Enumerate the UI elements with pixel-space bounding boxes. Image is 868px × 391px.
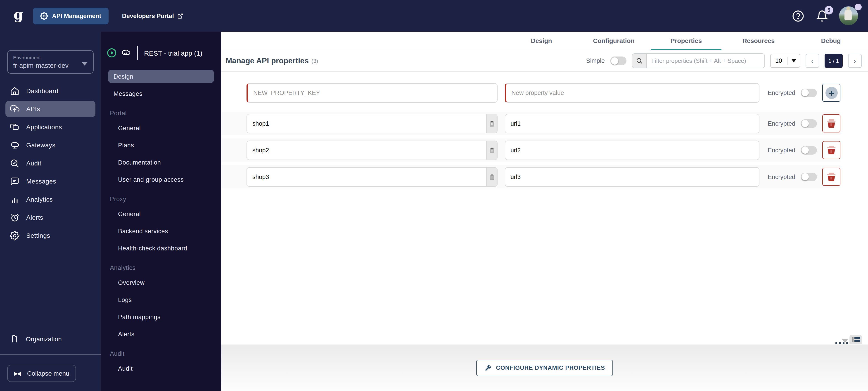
properties-count: (3) — [311, 58, 318, 64]
sidebar-bottom: Organization ▶◀ Collapse menu — [0, 330, 101, 391]
environment-label: Environment — [13, 55, 88, 60]
splitter-drag-handle[interactable] — [835, 342, 848, 344]
organization-label: Organization — [26, 335, 62, 343]
api-title: REST - trial app (1) — [144, 49, 203, 57]
api-menu-item-plans[interactable]: Plans — [108, 138, 214, 152]
caret-down-icon — [792, 59, 796, 62]
encrypted-label: Encrypted — [768, 120, 799, 127]
api-header: REST - trial app (1) — [101, 32, 221, 68]
help-button[interactable] — [792, 10, 804, 22]
api-management-button[interactable]: API Management — [33, 7, 108, 24]
api-menu-item-backend-services[interactable]: Backend services — [108, 224, 214, 238]
api-menu-item-proxy-general[interactable]: General — [108, 207, 214, 221]
property-value-input[interactable] — [504, 114, 760, 133]
api-menu-item-audit[interactable]: Audit — [108, 362, 214, 375]
copy-to-clipboard-button[interactable] — [486, 114, 497, 133]
question-circle-icon — [792, 10, 804, 22]
encrypted-toggle[interactable] — [801, 172, 817, 181]
sidebar-item-settings[interactable]: Settings — [5, 227, 95, 243]
user-avatar[interactable] — [839, 6, 858, 25]
add-property-button[interactable]: + — [822, 84, 840, 102]
sidebar-item-organization[interactable]: Organization — [0, 330, 101, 348]
delete-property-button[interactable] — [822, 115, 840, 132]
new-property-value-input[interactable] — [504, 83, 760, 102]
properties-table: Encrypted + Encrypted — [221, 72, 868, 189]
api-menu-item-path-mappings[interactable]: Path mappings — [108, 310, 214, 324]
environment-select[interactable]: Environment fr-apim-master-dev — [7, 50, 94, 74]
sidebar-item-gateways[interactable]: Gateways — [5, 137, 95, 153]
new-property-row: Encrypted + — [222, 81, 840, 104]
next-page-button[interactable]: › — [848, 54, 862, 68]
api-menu-item-design[interactable]: Design — [108, 70, 214, 83]
plus-icon: + — [825, 87, 837, 99]
collapse-menu-button[interactable]: ▶◀ Collapse menu — [7, 365, 76, 382]
sidebar-item-label: Messages — [26, 177, 56, 185]
sidebar-item-label: Dashboard — [26, 87, 58, 95]
new-property-key-input[interactable] — [248, 84, 497, 102]
api-menu-item-overview[interactable]: Overview — [108, 276, 214, 289]
api-menu-section-portal: Portal — [108, 107, 214, 119]
cloud-check-icon — [121, 48, 131, 58]
api-menu-section-audit: Audit — [108, 348, 214, 359]
api-menu-item-documentation[interactable]: Documentation — [108, 156, 214, 169]
wrench-icon — [484, 364, 491, 371]
notifications-button[interactable]: 5 — [816, 10, 828, 22]
encrypted-toggle[interactable] — [801, 146, 817, 154]
prev-page-button[interactable]: ‹ — [806, 54, 819, 68]
sidebar-item-apis[interactable]: APIs — [5, 101, 95, 117]
encrypted-label: Encrypted — [768, 173, 799, 180]
property-row: Encrypted — [222, 112, 840, 135]
collapse-label: Collapse menu — [27, 370, 69, 377]
configure-dynamic-properties-label: CONFIGURE DYNAMIC PROPERTIES — [496, 364, 605, 371]
property-key-input[interactable] — [247, 167, 486, 186]
encrypted-toggle[interactable] — [801, 119, 817, 128]
tab-properties[interactable]: Properties — [650, 32, 722, 50]
page-indicator: 1 / 1 — [825, 54, 843, 68]
delete-property-button[interactable] — [822, 168, 840, 186]
property-value-input[interactable] — [504, 140, 760, 160]
api-nav: Design Messages Portal General Plans Doc… — [101, 68, 221, 375]
api-menu-item-alerts[interactable]: Alerts — [108, 327, 214, 341]
sidebar-item-analytics[interactable]: Analytics — [5, 191, 95, 207]
copy-to-clipboard-button[interactable] — [486, 167, 497, 186]
sidebar-item-applications[interactable]: Applications — [5, 119, 95, 135]
tab-debug[interactable]: Debug — [795, 32, 867, 50]
sidebar-item-audit[interactable]: Audit — [5, 155, 95, 171]
tab-design[interactable]: Design — [505, 32, 578, 50]
filter-input[interactable] — [647, 54, 765, 68]
cloud-upload-icon — [10, 104, 20, 114]
select-divider — [787, 57, 788, 65]
panel-layout-button[interactable] — [849, 335, 862, 344]
sidebar-item-alerts[interactable]: Alerts — [5, 209, 95, 226]
api-menu-item-health-check[interactable]: Health-check dashboard — [108, 241, 214, 255]
notifications-badge: 5 — [825, 6, 833, 14]
pane-splitter[interactable] — [221, 344, 868, 345]
api-menu-item-user-group-access[interactable]: User and group access — [108, 173, 214, 186]
copy-to-clipboard-button[interactable] — [486, 141, 497, 159]
property-value-input[interactable] — [504, 167, 760, 187]
api-menu-item-portal-general[interactable]: General — [108, 121, 214, 135]
property-key-input[interactable] — [247, 141, 486, 159]
encrypted-toggle[interactable] — [801, 88, 817, 97]
page-title: Manage API properties — [226, 56, 309, 65]
page-size-select[interactable]: 10 — [770, 54, 800, 68]
sidebar-item-dashboard[interactable]: Dashboard — [5, 83, 95, 99]
simple-toggle[interactable] — [610, 57, 626, 65]
home-icon — [10, 86, 20, 96]
developers-portal-label: Developers Portal — [122, 12, 174, 19]
configure-dynamic-properties-button[interactable]: CONFIGURE DYNAMIC PROPERTIES — [476, 360, 613, 376]
api-menu-item-logs[interactable]: Logs — [108, 293, 214, 306]
bar-chart-icon — [10, 195, 20, 204]
environment-value: fr-apim-master-dev — [13, 62, 88, 69]
sidebar-item-messages[interactable]: Messages — [5, 173, 95, 189]
dynamic-properties-pane: CONFIGURE DYNAMIC PROPERTIES — [221, 345, 868, 391]
developers-portal-link[interactable]: Developers Portal — [122, 12, 183, 19]
tab-configuration[interactable]: Configuration — [578, 32, 650, 50]
property-key-input[interactable] — [247, 114, 486, 133]
copy-stack-icon — [10, 122, 20, 132]
api-menu-item-messages[interactable]: Messages — [108, 87, 214, 100]
delete-property-button[interactable] — [822, 141, 840, 159]
api-tabs: Design Configuration Properties Resource… — [221, 32, 868, 50]
properties-controls: Simple 10 ‹ 1 / 1 › — [586, 53, 862, 68]
tab-resources[interactable]: Resources — [722, 32, 795, 50]
